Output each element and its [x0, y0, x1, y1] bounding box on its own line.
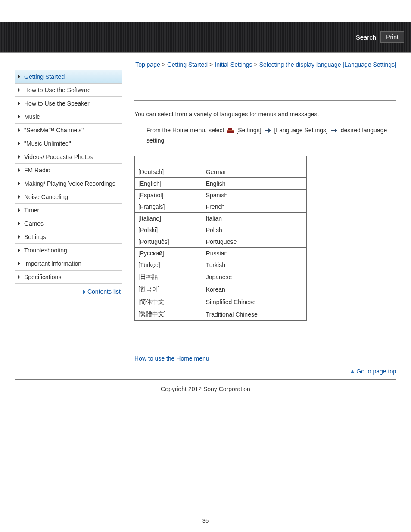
lang-code-cell: [English] — [135, 177, 202, 189]
lang-code-cell: [日本語] — [135, 271, 202, 283]
table-row: [Português]Portuguese — [135, 236, 307, 247]
sidebar: Getting StartedHow to Use the SoftwareHo… — [15, 60, 122, 379]
table-row: [Русский]Russian — [135, 247, 307, 259]
related-link[interactable]: How to use the Home menu — [134, 355, 209, 362]
arrow-right-icon — [265, 128, 271, 133]
sidebar-item[interactable]: Important Information — [15, 257, 122, 271]
table-row: [Italiano]Italian — [135, 212, 307, 224]
sidebar-item[interactable]: Videos/ Podcasts/ Photos — [15, 150, 122, 164]
lang-name-cell: Polish — [202, 224, 306, 236]
table-row: [日本語]Japanese — [135, 271, 307, 283]
lang-code-cell: [한국어] — [135, 283, 202, 296]
lang-name-cell: Traditional Chinese — [202, 308, 306, 320]
sidebar-item[interactable]: "Music Unlimited" — [15, 137, 122, 150]
sidebar-list: Getting StartedHow to Use the SoftwareHo… — [15, 70, 122, 284]
svg-rect-1 — [227, 130, 234, 131]
table-row: [Français]French — [135, 201, 307, 212]
divider — [134, 100, 396, 101]
go-to-top-link[interactable]: Go to page top — [356, 368, 396, 375]
search-link[interactable]: Search — [356, 34, 377, 41]
sidebar-item[interactable]: Music — [15, 110, 122, 124]
sidebar-item[interactable]: Getting Started — [15, 70, 122, 84]
contents-list-wrap: Contents list — [15, 284, 122, 295]
print-button[interactable]: Print — [380, 31, 404, 43]
lang-code-cell: [简体中文] — [135, 296, 202, 308]
breadcrumb-l1[interactable]: Getting Started — [167, 61, 208, 68]
lang-code-cell: [Italiano] — [135, 212, 202, 224]
lang-name-cell: English — [202, 177, 306, 189]
table-row: [한국어]Korean — [135, 283, 307, 296]
settings-icon — [226, 128, 234, 134]
sidebar-item[interactable]: Troubleshooting — [15, 244, 122, 257]
lang-name-cell: Italian — [202, 212, 306, 224]
table-header-name — [202, 156, 306, 166]
breadcrumb-current: Selecting the display language [Language… — [259, 61, 396, 68]
table-row: [English]English — [135, 177, 307, 189]
instr-lang: [Language Settings] — [274, 127, 328, 134]
lang-code-cell: [Deutsch] — [135, 166, 202, 177]
lang-name-cell: Turkish — [202, 259, 306, 271]
sidebar-item[interactable]: Specifications — [15, 271, 122, 284]
header-band: Search Print — [0, 22, 411, 53]
instruction-text: From the Home menu, select [Settings] [L… — [134, 125, 396, 146]
breadcrumb-sep: > — [252, 61, 259, 68]
breadcrumb-top[interactable]: Top page — [135, 61, 160, 68]
sidebar-item[interactable]: "SensMe™ Channels" — [15, 124, 122, 137]
copyright-text: Copyright 2012 Sony Corporation — [0, 380, 411, 410]
instr-settings: [Settings] — [236, 127, 261, 134]
language-table: [Deutsch]German[English]English[Español]… — [134, 156, 307, 321]
table-header-code — [135, 156, 202, 166]
lang-name-cell: French — [202, 201, 306, 212]
table-header-row — [135, 156, 307, 166]
sidebar-item[interactable]: Making/ Playing Voice Recordings — [15, 177, 122, 190]
table-row: [Español]Spanish — [135, 189, 307, 201]
breadcrumb: Top page>Getting Started>Initial Setting… — [134, 60, 396, 69]
arrow-right-icon — [331, 128, 337, 133]
lang-name-cell: Russian — [202, 247, 306, 259]
divider — [134, 347, 396, 347]
sidebar-item[interactable]: Settings — [15, 230, 122, 244]
sidebar-item[interactable]: Games — [15, 217, 122, 230]
lang-name-cell: German — [202, 166, 306, 177]
lang-code-cell: [Português] — [135, 236, 202, 247]
main-content: Top page>Getting Started>Initial Setting… — [134, 60, 396, 379]
lang-name-cell: Spanish — [202, 189, 306, 201]
sidebar-item[interactable]: FM Radio — [15, 164, 122, 177]
lang-name-cell: Portuguese — [202, 236, 306, 247]
triangle-up-icon — [350, 370, 355, 373]
breadcrumb-l2[interactable]: Initial Settings — [215, 61, 252, 68]
table-row: [Polski]Polish — [135, 224, 307, 236]
breadcrumb-sep: > — [160, 61, 167, 68]
lang-name-cell: Simplified Chinese — [202, 296, 306, 308]
lang-code-cell: [Türkçe] — [135, 259, 202, 271]
lang-name-cell: Japanese — [202, 271, 306, 283]
table-row: [繁體中文]Traditional Chinese — [135, 308, 307, 320]
table-row: [Deutsch]German — [135, 166, 307, 177]
sidebar-item[interactable]: How to Use the Software — [15, 84, 122, 97]
lang-name-cell: Korean — [202, 283, 306, 296]
lang-code-cell: [繁體中文] — [135, 308, 202, 320]
sidebar-item[interactable]: How to Use the Speaker — [15, 97, 122, 110]
page-number: 35 — [0, 410, 411, 532]
table-row: [简体中文]Simplified Chinese — [135, 296, 307, 308]
contents-list-link[interactable]: Contents list — [87, 288, 121, 295]
sidebar-item[interactable]: Timer — [15, 204, 122, 217]
lang-code-cell: [Polski] — [135, 224, 202, 236]
go-to-top-wrap: Go to page top — [134, 365, 396, 379]
arrow-right-icon — [78, 290, 86, 294]
intro-text: You can select from a variety of languag… — [134, 111, 396, 118]
breadcrumb-sep: > — [208, 61, 215, 68]
lang-code-cell: [Русский] — [135, 247, 202, 259]
svg-rect-3 — [229, 128, 231, 128]
lang-code-cell: [Français] — [135, 201, 202, 212]
table-row: [Türkçe]Turkish — [135, 259, 307, 271]
instr-prefix: From the Home menu, select — [146, 127, 226, 134]
header-actions: Search Print — [356, 31, 404, 43]
lang-code-cell: [Español] — [135, 189, 202, 201]
sidebar-item[interactable]: Noise Canceling — [15, 190, 122, 204]
